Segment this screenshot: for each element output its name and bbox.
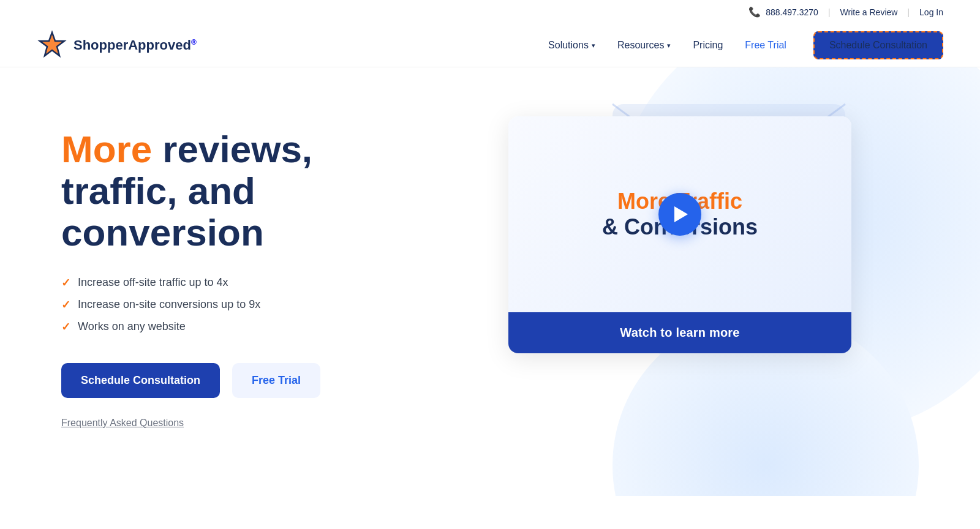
phone-number: 📞 888.497.3270 [748, 6, 818, 18]
solutions-nav-item[interactable]: Solutions ▾ [548, 40, 595, 51]
nav-links: Solutions ▾ Resources ▾ Pricing Free Tri… [548, 31, 943, 59]
resources-nav-item[interactable]: Resources ▾ [617, 40, 671, 51]
schedule-consultation-nav-button[interactable]: Schedule Consultation [813, 31, 943, 59]
bullet-3: ✓ Works on any website [61, 320, 417, 334]
free-trial-nav-item[interactable]: Free Trial [745, 40, 786, 51]
hero-left-content: More reviews, traffic, and conversion ✓ … [61, 104, 417, 429]
divider-2: | [907, 7, 910, 17]
check-icon-3: ✓ [61, 320, 70, 334]
hero-bullets: ✓ Increase off-site traffic up to 4x ✓ I… [61, 276, 417, 334]
phone-icon: 📞 [748, 6, 761, 18]
pricing-nav-item[interactable]: Pricing [693, 40, 723, 51]
hero-actions: Schedule Consultation Free Trial [61, 363, 417, 398]
free-trial-hero-button[interactable]: Free Trial [232, 363, 320, 398]
bullet-1: ✓ Increase off-site traffic up to 4x [61, 276, 417, 290]
solutions-chevron-icon: ▾ [592, 42, 595, 50]
navbar: ShopperApproved® Solutions ▾ Resources ▾… [0, 24, 980, 67]
hero-heading: More reviews, traffic, and conversion [61, 129, 417, 254]
video-card: More Traffic & Conversions Watch to lear… [508, 116, 851, 353]
check-icon-2: ✓ [61, 298, 70, 312]
resources-chevron-icon: ▾ [667, 42, 671, 50]
logo[interactable]: ShopperApproved® [37, 30, 197, 61]
logo-text: ShopperApproved® [74, 37, 197, 53]
faq-link[interactable]: Frequently Asked Questions [61, 418, 184, 428]
watch-to-learn-more-button[interactable]: Watch to learn more [508, 312, 851, 353]
login-link[interactable]: Log In [919, 7, 943, 17]
schedule-consultation-hero-button[interactable]: Schedule Consultation [61, 363, 220, 398]
hero-right-content: More Traffic & Conversions Watch to lear… [417, 104, 943, 353]
divider-1: | [828, 7, 831, 17]
logo-icon [37, 30, 67, 61]
video-thumbnail[interactable]: More Traffic & Conversions [508, 116, 851, 312]
bullet-2: ✓ Increase on-site conversions up to 9x [61, 298, 417, 312]
hero-section: More reviews, traffic, and conversion ✓ … [0, 67, 980, 496]
top-utility-bar: 📞 888.497.3270 | Write a Review | Log In [0, 0, 980, 24]
check-icon-1: ✓ [61, 276, 70, 290]
play-button[interactable] [658, 193, 701, 236]
write-review-link[interactable]: Write a Review [840, 7, 898, 17]
